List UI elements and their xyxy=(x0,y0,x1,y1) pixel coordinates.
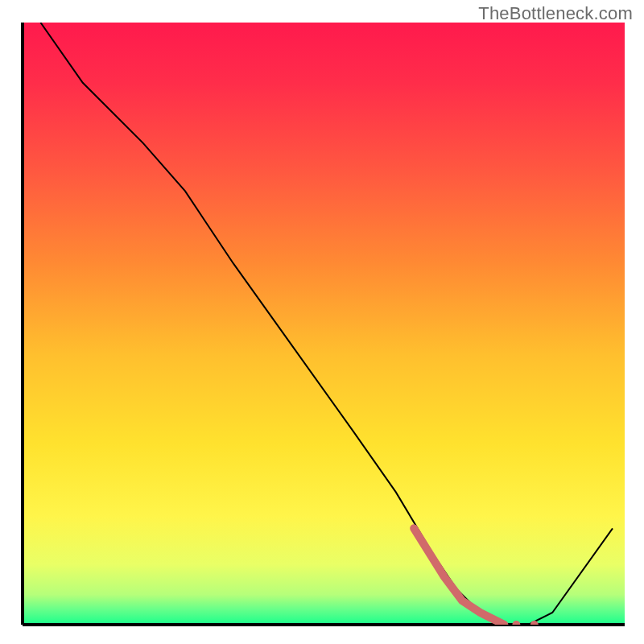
bottleneck-chart xyxy=(0,0,644,644)
watermark-text: TheBottleneck.com xyxy=(478,3,633,24)
svg-point-2 xyxy=(530,621,539,629)
svg-point-1 xyxy=(512,621,520,629)
chart-canvas: TheBottleneck.com xyxy=(0,0,644,644)
